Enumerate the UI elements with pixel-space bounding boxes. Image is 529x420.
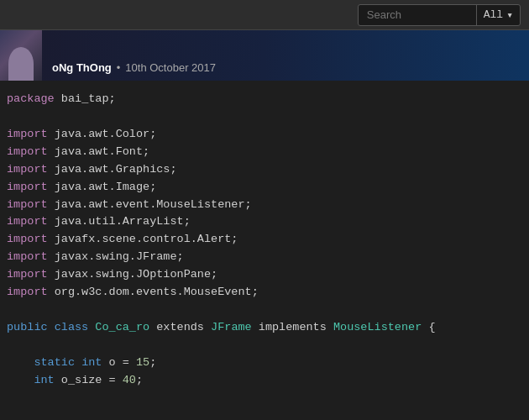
code-line: static int o = 15;	[7, 354, 522, 372]
code-line: import javax.swing.JFrame;	[7, 249, 522, 266]
code-line: import java.awt.Graphics;	[7, 161, 522, 179]
code-line: import java.awt.Font;	[7, 144, 522, 161]
code-line: import javax.swing.JOptionPane;	[7, 266, 522, 284]
code-line: import org.w3c.dom.events.MouseEvent;	[7, 284, 522, 302]
code-line	[7, 108, 522, 126]
code-line: package bai_tap;	[7, 91, 522, 108]
chevron-down-icon: ▾	[506, 8, 513, 22]
profile-separator: •	[117, 61, 121, 74]
code-line: import java.util.ArrayList;	[7, 213, 522, 231]
avatar	[0, 30, 42, 81]
code-line: import javafx.scene.control.Alert;	[7, 231, 522, 249]
search-filter-label: All	[484, 8, 503, 21]
code-line: public class Co_ca_ro extends JFrame imp…	[7, 319, 522, 337]
code-line	[7, 337, 522, 354]
search-container[interactable]: All ▾	[358, 4, 521, 26]
top-bar: All ▾	[0, 0, 529, 30]
avatar-image	[0, 30, 42, 81]
code-line	[7, 302, 522, 319]
code-area: package bai_tap; import java.awt.Color;i…	[0, 81, 529, 420]
profile-date: 10th October 2017	[125, 61, 216, 74]
avatar-silhouette	[8, 47, 34, 81]
code-line: import java.awt.event.MouseListener;	[7, 197, 522, 214]
profile-banner: oNg ThOng • 10th October 2017	[0, 30, 529, 81]
code-line: import java.awt.Color;	[7, 126, 522, 144]
profile-name: oNg ThOng	[52, 61, 112, 74]
code-line: int o_size = 40;	[7, 372, 522, 390]
search-dropdown[interactable]: All ▾	[477, 8, 520, 22]
search-input[interactable]	[359, 5, 476, 24]
profile-info: oNg ThOng • 10th October 2017	[42, 55, 226, 81]
code-line: import java.awt.Image;	[7, 179, 522, 197]
